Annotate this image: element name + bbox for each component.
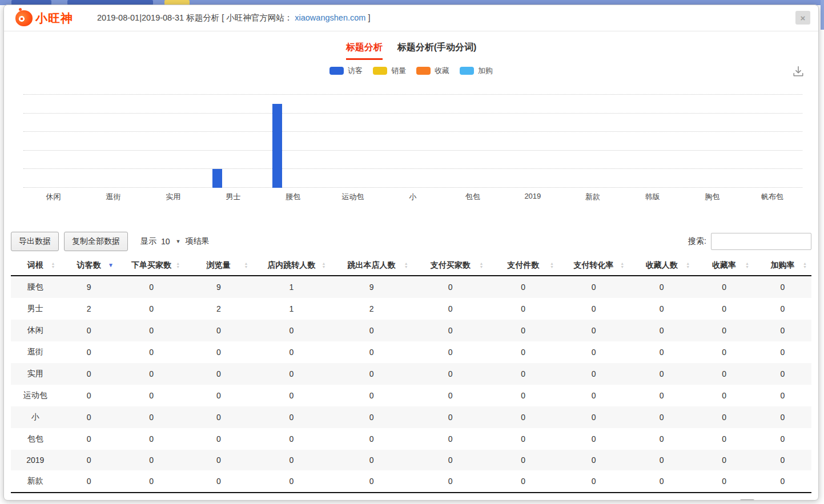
- sort-both-icon[interactable]: ▲▼: [404, 262, 408, 269]
- close-button[interactable]: ×: [795, 11, 810, 25]
- table-row-逛街[interactable]: 逛街00000000000: [11, 341, 811, 363]
- logo-text: 小旺神: [35, 10, 73, 26]
- value-cell: 2: [330, 298, 412, 320]
- column-header-收藏率[interactable]: 收藏率▲▼: [694, 256, 754, 276]
- legend-item-销量[interactable]: 销量: [373, 66, 406, 76]
- page-length-value: 10: [161, 237, 170, 246]
- column-header-label: 收藏人数: [646, 260, 678, 269]
- bar-chart: 休闲逛街实用男士腰包运动包小包包2019新款韩版胸包帆布包: [23, 95, 802, 202]
- export-data-button[interactable]: 导出数据: [11, 232, 59, 251]
- x-axis-label-男士: 男士: [203, 192, 263, 202]
- legend-item-收藏[interactable]: 收藏: [416, 66, 449, 76]
- value-cell: 0: [118, 470, 184, 493]
- value-cell: 0: [60, 385, 118, 406]
- value-cell: 0: [754, 385, 811, 406]
- x-axis-label-韩版: 韩版: [622, 192, 682, 202]
- column-header-跳出本店人数[interactable]: 跳出本店人数▲▼: [330, 256, 412, 276]
- table-row-包包[interactable]: 包包00000000000: [11, 428, 811, 450]
- legend-swatch: [373, 67, 387, 75]
- sort-desc-active-icon[interactable]: ▼: [108, 263, 114, 268]
- prev-page-button[interactable]: 上页: [708, 499, 735, 501]
- value-cell: 0: [694, 298, 754, 320]
- value-cell: 0: [252, 363, 330, 385]
- sort-both-icon[interactable]: ▲▼: [321, 262, 325, 269]
- sort-both-icon[interactable]: ▲▼: [803, 262, 807, 269]
- tab-标题分析[interactable]: 标题分析: [346, 42, 383, 60]
- tab-标题分析(手动分词)[interactable]: 标题分析(手动分词): [397, 42, 477, 60]
- column-header-店内跳转人数[interactable]: 店内跳转人数▲▼: [252, 256, 330, 276]
- word-root-cell: 休闲: [11, 320, 60, 341]
- value-cell: 0: [252, 385, 330, 406]
- column-header-收藏人数[interactable]: 收藏人数▲▼: [629, 256, 694, 276]
- value-cell: 0: [629, 363, 694, 385]
- value-cell: 0: [330, 406, 412, 428]
- value-cell: 0: [694, 406, 754, 428]
- value-cell: 0: [488, 320, 558, 341]
- page-length-select[interactable]: 10 ▼: [161, 237, 181, 246]
- bar-男士-访客[interactable]: [212, 169, 222, 188]
- sort-both-icon[interactable]: ▲▼: [176, 262, 180, 269]
- column-header-访客数[interactable]: 访客数▼: [60, 256, 118, 276]
- legend-item-加购[interactable]: 加购: [460, 66, 493, 76]
- column-header-加购率[interactable]: 加购率▲▼: [754, 256, 811, 276]
- value-cell: 0: [60, 406, 118, 428]
- value-cell: 0: [488, 298, 558, 320]
- sort-both-icon[interactable]: ▲▼: [686, 262, 690, 269]
- sort-both-icon[interactable]: ▲▼: [745, 262, 749, 269]
- gridline: [23, 94, 802, 95]
- column-header-支付件数[interactable]: 支付件数▲▼: [488, 256, 558, 276]
- column-header-词根[interactable]: 词根▲▼: [11, 256, 60, 276]
- column-header-支付转化率[interactable]: 支付转化率▲▼: [558, 256, 629, 276]
- bar-腰包-访客[interactable]: [272, 104, 282, 188]
- gridline: [23, 168, 802, 169]
- word-root-cell: 实用: [11, 363, 60, 385]
- table-row-休闲[interactable]: 休闲00000000000: [11, 320, 811, 341]
- sort-both-icon[interactable]: ▲▼: [480, 262, 484, 269]
- table-row-小[interactable]: 小00000000000: [11, 406, 811, 428]
- sort-both-icon[interactable]: ▲▼: [244, 262, 248, 269]
- word-root-cell: 新款: [11, 470, 60, 493]
- value-cell: 0: [413, 450, 488, 470]
- table-row-腰包[interactable]: 腰包90919000000: [11, 276, 811, 298]
- legend-label: 销量: [391, 66, 406, 76]
- column-header-浏览量[interactable]: 浏览量▲▼: [184, 256, 252, 276]
- table-row-实用[interactable]: 实用00000000000: [11, 363, 811, 385]
- download-chart-icon[interactable]: [792, 66, 805, 79]
- table-row-男士[interactable]: 男士20212000000: [11, 298, 811, 320]
- sort-both-icon[interactable]: ▲▼: [51, 262, 55, 269]
- value-cell: 0: [558, 276, 629, 298]
- value-cell: 0: [488, 363, 558, 385]
- sort-both-icon[interactable]: ▲▼: [620, 262, 624, 269]
- value-cell: 0: [118, 320, 184, 341]
- column-header-下单买家数[interactable]: 下单买家数▲▼: [118, 256, 184, 276]
- word-root-cell: 2019: [11, 450, 60, 470]
- value-cell: 0: [629, 450, 694, 470]
- modal-header: 小旺神 2019-08-01|2019-08-31 标题分析 [ 小旺神官方网站…: [4, 5, 818, 31]
- column-header-支付买家数[interactable]: 支付买家数▲▼: [413, 256, 488, 276]
- table-row-运动包[interactable]: 运动包00000000000: [11, 385, 811, 406]
- sort-both-icon[interactable]: ▲▼: [550, 262, 554, 269]
- table-row-2019[interactable]: 201900000000000: [11, 450, 811, 470]
- next-page-button[interactable]: 下页: [784, 499, 811, 501]
- chart-legend: 访客销量收藏加购: [4, 65, 818, 76]
- word-root-table: 词根▲▼访客数▼下单买家数▲▼浏览量▲▼店内跳转人数▲▼跳出本店人数▲▼支付买家…: [11, 256, 811, 493]
- page-button-2[interactable]: 2: [759, 499, 775, 501]
- value-cell: 0: [60, 450, 118, 470]
- copy-all-data-button[interactable]: 复制全部数据: [64, 232, 128, 251]
- chart-x-axis-labels: 休闲逛街实用男士腰包运动包小包包2019新款韩版胸包帆布包: [23, 192, 802, 202]
- value-cell: 0: [118, 363, 184, 385]
- legend-item-访客[interactable]: 访客: [329, 66, 363, 76]
- search-input[interactable]: [711, 233, 811, 250]
- page-button-1[interactable]: 1: [739, 499, 755, 501]
- value-cell: 0: [413, 341, 488, 363]
- value-cell: 0: [488, 276, 558, 298]
- value-cell: 0: [413, 320, 488, 341]
- value-cell: 0: [118, 341, 184, 363]
- official-site-link[interactable]: xiaowangshen.com: [295, 13, 365, 22]
- x-axis-label-帆布包: 帆布包: [742, 192, 802, 202]
- word-root-cell: 小: [11, 406, 60, 428]
- value-cell: 0: [694, 363, 754, 385]
- value-cell: 0: [60, 428, 118, 450]
- table-row-新款[interactable]: 新款00000000000: [11, 470, 811, 493]
- chart-plot-area: [23, 95, 802, 188]
